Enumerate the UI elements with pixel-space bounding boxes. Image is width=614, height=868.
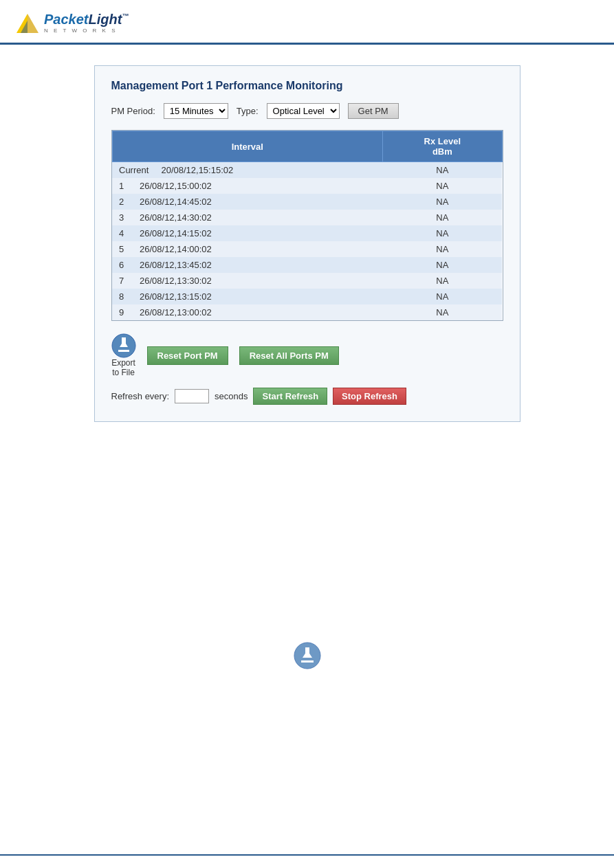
interval-num: 9 (112, 304, 133, 320)
svg-marker-1 (28, 14, 39, 33)
table-row: 7 26/08/12,13:30:02 NA (112, 273, 502, 289)
reset-all-ports-pm-button[interactable]: Reset All Ports PM (239, 346, 339, 365)
interval-value: NA (383, 257, 502, 273)
interval-timestamp: 26/08/12,13:45:02 (133, 257, 383, 273)
interval-num: 6 (112, 257, 133, 273)
panel: Management Port 1 Performance Monitoring… (94, 65, 520, 422)
panel-wrapper: manualshive.com Management Port 1 Perfor… (41, 65, 573, 422)
bottom-actions: Exportto File Reset Port PM Reset All Po… (111, 333, 503, 378)
pm-period-select[interactable]: 15 Minutes 24 Hours (164, 103, 228, 119)
interval-timestamp: 26/08/12,13:15:02 (133, 289, 383, 304)
logo-area: PacketLight™ N E T W O R K S (14, 10, 600, 36)
reset-port-pm-button[interactable]: Reset Port PM (147, 346, 228, 365)
interval-value: NA (383, 210, 502, 225)
col-rx-level-header: Rx LeveldBm (383, 131, 502, 162)
refresh-every-label: Refresh every: (111, 391, 170, 401)
interval-num: 3 (112, 210, 133, 225)
table-row: 3 26/08/12,14:30:02 NA (112, 210, 502, 225)
logo-text: PacketLight™ N E T W O R K S (44, 12, 129, 34)
table-row: 5 26/08/12,14:00:02 NA (112, 241, 502, 257)
type-label: Type: (237, 106, 259, 116)
export-to-file-button[interactable]: Exportto File (111, 333, 136, 378)
table-row: 6 26/08/12,13:45:02 NA (112, 257, 502, 273)
logo-icon (14, 10, 40, 36)
table-row: 2 26/08/12,14:45:02 NA (112, 194, 502, 210)
pm-period-label: PM Period: (111, 106, 155, 116)
table-body: Current 20/08/12,15:15:02 NA 1 26/08/12,… (112, 162, 502, 321)
start-refresh-button[interactable]: Start Refresh (253, 388, 327, 405)
interval-timestamp: 26/08/12,15:00:02 (133, 178, 383, 194)
main-content: manualshive.com Management Port 1 Perfor… (0, 45, 614, 690)
bottom-icon-area (41, 642, 573, 669)
export-icon (111, 333, 136, 358)
interval-timestamp: 26/08/12,14:45:02 (133, 194, 383, 210)
type-select[interactable]: Optical Level Other (267, 103, 340, 119)
interval-value: NA (383, 225, 502, 241)
current-value: NA (383, 162, 502, 179)
interval-num: 4 (112, 225, 133, 241)
svg-rect-6 (118, 350, 129, 352)
svg-rect-9 (305, 647, 309, 658)
interval-timestamp: 26/08/12,14:30:02 (133, 210, 383, 225)
interval-value: NA (383, 194, 502, 210)
pm-table-wrapper: Interval Rx LeveldBm Current 20/08/12,15… (111, 130, 503, 321)
interval-value: NA (383, 304, 502, 320)
header: PacketLight™ N E T W O R K S (0, 0, 614, 45)
refresh-row: Refresh every: seconds Start Refresh Sto… (111, 388, 503, 405)
current-text: Current (119, 165, 149, 175)
seconds-label: seconds (215, 391, 248, 401)
export-label: Exportto File (111, 358, 135, 378)
interval-value: NA (383, 273, 502, 289)
current-label: Current 20/08/12,15:15:02 (112, 162, 383, 179)
col-interval-header: Interval (112, 131, 383, 162)
refresh-interval-input[interactable] (175, 389, 209, 403)
svg-rect-5 (122, 337, 126, 347)
interval-num: 1 (112, 178, 133, 194)
interval-value: NA (383, 289, 502, 304)
bottom-download-icon (294, 642, 321, 669)
interval-timestamp: 26/08/12,13:00:02 (133, 304, 383, 320)
pm-table: Interval Rx LeveldBm Current 20/08/12,15… (112, 131, 503, 320)
table-scroll-container[interactable]: Interval Rx LeveldBm Current 20/08/12,15… (112, 131, 503, 320)
current-timestamp: 20/08/12,15:15:02 (161, 165, 233, 175)
interval-num: 8 (112, 289, 133, 304)
controls-row: PM Period: 15 Minutes 24 Hours Type: Opt… (111, 103, 503, 119)
interval-timestamp: 26/08/12,14:00:02 (133, 241, 383, 257)
panel-title: Management Port 1 Performance Monitoring (111, 80, 503, 92)
table-row: 1 26/08/12,15:00:02 NA (112, 178, 502, 194)
interval-timestamp: 26/08/12,14:15:02 (133, 225, 383, 241)
svg-rect-10 (301, 660, 314, 663)
interval-value: NA (383, 178, 502, 194)
table-row: 9 26/08/12,13:00:02 NA (112, 304, 502, 320)
table-row: Current 20/08/12,15:15:02 NA (112, 162, 502, 179)
interval-num: 7 (112, 273, 133, 289)
interval-value: NA (383, 241, 502, 257)
footer (0, 854, 614, 868)
table-header-row: Interval Rx LeveldBm (112, 131, 502, 162)
interval-num: 5 (112, 241, 133, 257)
interval-timestamp: 26/08/12,13:30:02 (133, 273, 383, 289)
table-row: 8 26/08/12,13:15:02 NA (112, 289, 502, 304)
interval-num: 2 (112, 194, 133, 210)
get-pm-button[interactable]: Get PM (348, 103, 399, 119)
table-row: 4 26/08/12,14:15:02 NA (112, 225, 502, 241)
stop-refresh-button[interactable]: Stop Refresh (333, 388, 406, 405)
